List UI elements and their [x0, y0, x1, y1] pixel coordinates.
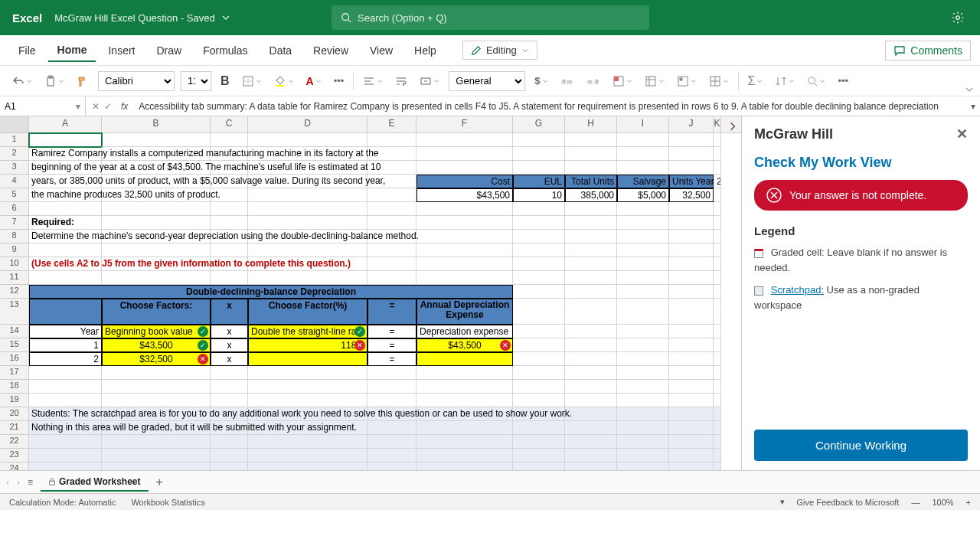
cell[interactable] [714, 449, 721, 462]
cell[interactable] [565, 462, 617, 470]
tab-review[interactable]: Review [304, 40, 358, 61]
cell[interactable] [29, 133, 102, 147]
cell[interactable] [617, 462, 669, 470]
cell[interactable] [565, 338, 617, 352]
autosum-button[interactable]: Σ [745, 73, 766, 90]
cell[interactable]: Choose Factors: [102, 299, 211, 325]
cell[interactable] [102, 380, 211, 394]
workbook-stats[interactable]: Workbook Statistics [131, 498, 204, 507]
cell[interactable] [211, 243, 248, 257]
cell[interactable] [617, 285, 669, 299]
cell[interactable] [368, 133, 416, 147]
cell[interactable] [102, 462, 211, 470]
cell[interactable]: beginning of the year at a cost of $43,5… [29, 161, 102, 175]
cell[interactable] [669, 257, 714, 271]
cell[interactable]: Double the straight-line rate✓ [248, 325, 368, 338]
cell[interactable] [29, 271, 102, 285]
feedback-link[interactable]: Give Feedback to Microsoft [797, 498, 900, 507]
cell[interactable] [565, 285, 617, 299]
cell[interactable] [714, 133, 721, 147]
cell[interactable] [416, 462, 513, 470]
row-header[interactable]: 11 [0, 271, 29, 285]
bold-button[interactable]: B [217, 73, 233, 90]
row-header[interactable]: 8 [0, 230, 29, 243]
cell[interactable] [513, 380, 565, 394]
cell[interactable]: $43,500✕ [416, 338, 513, 352]
cell[interactable]: x [211, 352, 248, 366]
cell[interactable] [617, 421, 669, 435]
cell[interactable]: 118%✕ [248, 338, 368, 352]
cell[interactable] [714, 407, 721, 421]
cell[interactable] [513, 299, 565, 325]
row-header[interactable]: 19 [0, 394, 29, 407]
cell[interactable] [416, 449, 513, 462]
cell[interactable] [513, 147, 565, 161]
cell[interactable] [416, 271, 513, 285]
undo-button[interactable] [9, 74, 35, 89]
tab-insert[interactable]: Insert [99, 40, 144, 61]
decrease-decimal-button[interactable]: .00.0 [583, 74, 603, 88]
cell[interactable] [714, 462, 721, 470]
col-B[interactable]: B [102, 116, 211, 132]
row-header[interactable]: 21 [0, 421, 29, 435]
cell[interactable]: Nothing in this area will be graded, but… [29, 421, 102, 435]
cell[interactable] [669, 243, 714, 257]
row-header[interactable]: 15 [0, 338, 29, 352]
row-header[interactable]: 2 [0, 147, 29, 161]
cell[interactable] [513, 271, 565, 285]
cell[interactable] [416, 366, 513, 380]
cell[interactable]: the machine produces 32,500 units of pro… [29, 188, 102, 202]
cell[interactable] [248, 271, 368, 285]
borders-button[interactable] [239, 74, 265, 89]
status-dropdown-icon[interactable]: ▾ [780, 497, 785, 507]
cell[interactable] [513, 352, 565, 366]
row-header[interactable]: 20 [0, 407, 29, 421]
cell[interactable] [669, 325, 714, 338]
row-header[interactable]: 18 [0, 380, 29, 394]
cell[interactable] [617, 380, 669, 394]
cell[interactable] [368, 449, 416, 462]
cell[interactable] [714, 285, 721, 299]
cell[interactable] [669, 161, 714, 175]
cell[interactable] [416, 243, 513, 257]
cell[interactable] [669, 147, 714, 161]
cell[interactable] [617, 352, 669, 366]
col-E[interactable]: E [368, 116, 416, 132]
cell[interactable] [669, 366, 714, 380]
cell[interactable]: 2 [29, 352, 102, 366]
cell[interactable] [714, 366, 721, 380]
cell[interactable]: Ramirez Company installs a computerized … [29, 147, 102, 161]
row-header[interactable]: 23 [0, 449, 29, 462]
col-I[interactable]: I [617, 116, 669, 132]
row-header[interactable]: 9 [0, 243, 29, 257]
tab-data[interactable]: Data [260, 40, 302, 61]
cell[interactable] [513, 394, 565, 407]
cell[interactable]: EUL [513, 175, 565, 188]
cell[interactable] [513, 230, 565, 243]
select-all-corner[interactable] [0, 116, 29, 132]
cell[interactable] [248, 435, 368, 449]
cell[interactable] [669, 449, 714, 462]
cell[interactable] [565, 147, 617, 161]
cell[interactable]: 385,000 [565, 188, 617, 202]
align-button[interactable] [360, 74, 386, 89]
name-box[interactable]: A1▾ [0, 96, 86, 116]
cell[interactable]: $5,000 [617, 188, 669, 202]
close-icon[interactable]: ✕ [956, 126, 968, 142]
cell[interactable] [565, 202, 617, 216]
cell[interactable] [29, 243, 102, 257]
col-F[interactable]: F [416, 116, 513, 132]
cell[interactable] [102, 449, 211, 462]
cell[interactable] [211, 435, 248, 449]
cell[interactable] [416, 133, 513, 147]
row-header[interactable]: 14 [0, 325, 29, 338]
cell[interactable] [714, 435, 721, 449]
cell[interactable] [617, 243, 669, 257]
cell[interactable] [565, 380, 617, 394]
cell[interactable] [248, 462, 368, 470]
cell[interactable] [248, 449, 368, 462]
col-C[interactable]: C [211, 116, 248, 132]
cell[interactable] [102, 271, 211, 285]
cell[interactable]: Total Units [565, 175, 617, 188]
cell[interactable] [714, 338, 721, 352]
